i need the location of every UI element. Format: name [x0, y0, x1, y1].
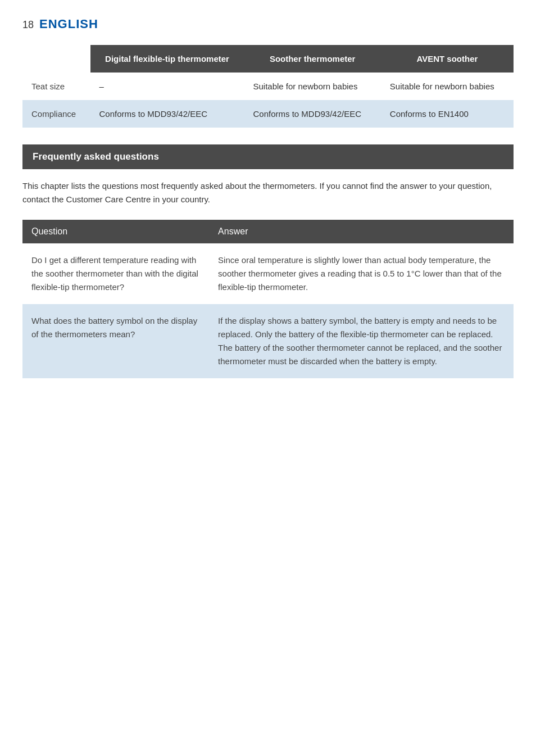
cell-teat-avent: Suitable for newborn babies: [381, 73, 514, 100]
faq-row: Do I get a different temperature reading…: [22, 243, 514, 304]
faq-table: Question Answer Do I get a different tem…: [22, 220, 514, 378]
faq-intro-text: This chapter lists the questions most fr…: [22, 179, 514, 206]
cell-teat-soother: Suitable for newborn babies: [244, 73, 380, 100]
cell-compliance-soother: Conforms to MDD93/42/EEC: [244, 100, 380, 128]
page-header: 18 ENGLISH: [22, 17, 514, 31]
table-row: Compliance Conforms to MDD93/42/EEC Conf…: [22, 100, 514, 128]
faq-row: What does the battery symbol on the disp…: [22, 304, 514, 378]
faq-table-header-row: Question Answer: [22, 220, 514, 243]
row-label-teat: Teat size: [22, 73, 90, 100]
faq-question-2: What does the battery symbol on the disp…: [22, 304, 209, 378]
faq-col-question: Question: [22, 220, 209, 243]
faq-section-header: Frequently asked questions: [22, 144, 514, 169]
row-label-compliance: Compliance: [22, 100, 90, 128]
cell-teat-digital: –: [90, 73, 244, 100]
comparison-table-header-row: Digital flexible-tip thermometer Soother…: [22, 45, 514, 73]
page-number: 18: [22, 19, 34, 31]
page-language: ENGLISH: [39, 17, 98, 31]
col-header-soother: Soother thermometer: [244, 45, 380, 73]
faq-answer-2: If the display shows a battery symbol, t…: [209, 304, 514, 378]
faq-question-1: Do I get a different temperature reading…: [22, 243, 209, 304]
col-header-empty: [22, 45, 90, 73]
faq-title: Frequently asked questions: [33, 151, 159, 162]
faq-answer-1: Since oral temperature is slightly lower…: [209, 243, 514, 304]
faq-col-answer: Answer: [209, 220, 514, 243]
col-header-digital: Digital flexible-tip thermometer: [90, 45, 244, 73]
cell-compliance-avent: Conforms to EN1400: [381, 100, 514, 128]
comparison-table: Digital flexible-tip thermometer Soother…: [22, 45, 514, 128]
cell-compliance-digital: Conforms to MDD93/42/EEC: [90, 100, 244, 128]
col-header-avent: AVENT soother: [381, 45, 514, 73]
table-row: Teat size – Suitable for newborn babies …: [22, 73, 514, 100]
